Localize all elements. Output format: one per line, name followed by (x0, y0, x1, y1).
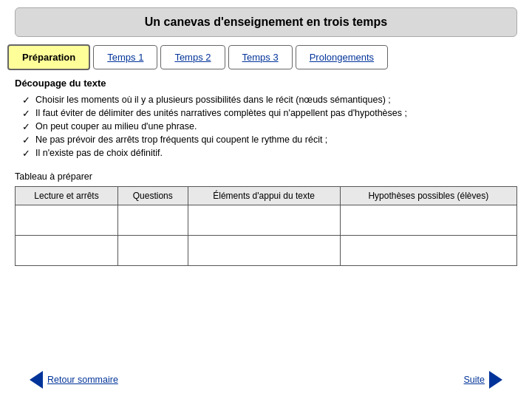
tab-prolongements[interactable]: Prolongements (296, 45, 388, 69)
next-label[interactable]: Suite (464, 375, 485, 385)
cell (117, 205, 188, 236)
cell (117, 236, 188, 266)
cell (340, 205, 516, 236)
col-header-1: Lecture et arrêts (16, 187, 118, 205)
cell (16, 236, 118, 266)
table-row (16, 236, 517, 266)
back-link[interactable]: Retour sommaire (30, 371, 118, 389)
preparation-table: Lecture et arrêts Questions Éléments d'a… (15, 186, 517, 266)
next-arrow-icon (489, 371, 502, 389)
list-item: Choisir les moments où il y a plusieurs … (22, 93, 517, 106)
next-link[interactable]: Suite (464, 371, 503, 389)
table-label: Tableau à préparer (15, 171, 517, 182)
list-item: Ne pas prévoir des arrêts trop fréquents… (22, 133, 517, 146)
table-row (16, 205, 517, 236)
cell (188, 205, 340, 236)
tab-bar: Préparation Temps 1 Temps 2 Temps 3 Prol… (7, 44, 525, 70)
col-header-2: Questions (117, 187, 188, 205)
tab-preparation[interactable]: Préparation (7, 44, 90, 70)
back-label[interactable]: Retour sommaire (47, 375, 118, 385)
cell (16, 205, 118, 236)
col-header-4: Hypothèses possibles (élèves) (340, 187, 516, 205)
list-item: Il faut éviter de délimiter des unités n… (22, 106, 517, 120)
col-header-3: Éléments d'appui du texte (188, 187, 340, 205)
tab-temps3[interactable]: Temps 3 (228, 45, 293, 69)
section-title: Découpage du texte (15, 78, 517, 89)
main-content: Découpage du texte Choisir les moments o… (15, 78, 517, 266)
cell (188, 236, 340, 266)
list-item: On peut couper au milieu d'une phrase. (22, 120, 517, 133)
tab-temps2[interactable]: Temps 2 (160, 45, 225, 69)
tab-temps1[interactable]: Temps 1 (93, 45, 157, 69)
bullet-list: Choisir les moments où il y a plusieurs … (15, 93, 517, 160)
list-item: Il n'existe pas de choix définitif. (22, 146, 517, 160)
footer: Retour sommaire Suite (15, 371, 517, 389)
cell (340, 236, 516, 266)
page-title: Un canevas d'enseignement en trois temps (15, 7, 517, 37)
back-arrow-icon (30, 371, 43, 389)
